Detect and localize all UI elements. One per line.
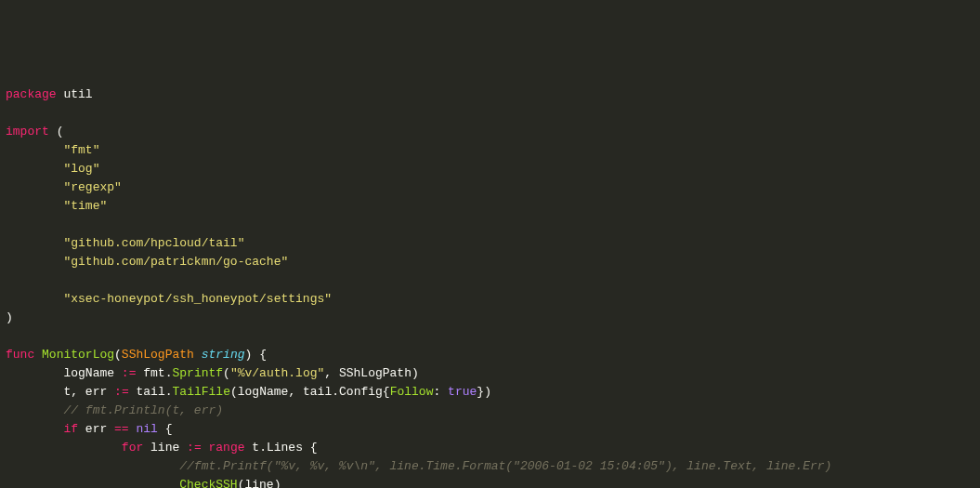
pkg-tail: tail (303, 385, 332, 399)
import-settings: "xsec-honeypot/ssh_honeypot/settings" (63, 292, 332, 306)
brace-open: { (165, 422, 173, 436)
op-decl: := (122, 366, 137, 380)
dot: . (259, 441, 267, 455)
paren-close: ) (412, 366, 419, 380)
pkg-tail: tail (137, 385, 165, 399)
type-config: Config (339, 385, 383, 399)
import-time: "time" (63, 199, 107, 213)
paren-open: ( (57, 125, 64, 138)
keyword-import: import (6, 125, 49, 138)
param-name: SShLogPath (122, 348, 194, 362)
brace-open: { (259, 348, 267, 362)
param-type: string (202, 348, 245, 362)
literal-true: true (448, 385, 477, 399)
call-checkssh: CheckSSH (179, 478, 237, 488)
op-decl: := (187, 441, 202, 455)
import-regexp: "regexp" (63, 180, 121, 194)
dot: . (165, 385, 173, 399)
method-sprintf: Sprintf (172, 366, 223, 380)
keyword-package: package (6, 87, 57, 101)
arg-line: line (244, 478, 273, 488)
literal-nil: nil (136, 422, 157, 436)
import-gocache: "github.com/patrickmn/go-cache" (63, 255, 288, 269)
field-follow: Follow (390, 385, 434, 399)
import-fmt: "fmt" (63, 143, 99, 157)
paren-close: ) (245, 348, 253, 362)
expr-t: t (252, 441, 259, 455)
method-tailfile: TailFile (173, 385, 230, 399)
var-err: err (85, 422, 107, 436)
field-lines: Lines (267, 441, 303, 455)
package-name: util (63, 87, 92, 101)
keyword-for: for (122, 441, 143, 455)
var-line: line (150, 441, 179, 455)
comment-println: // fmt.Println(t, err) (63, 403, 223, 417)
colon: : (433, 385, 440, 399)
brace-open: { (383, 385, 390, 399)
paren-open: ( (223, 366, 230, 380)
comma: , (288, 385, 295, 399)
paren-open: ( (230, 385, 238, 399)
paren-close: ) (274, 478, 281, 488)
keyword-func: func (6, 348, 34, 362)
fmt-string: "%v/auth.log" (230, 366, 324, 380)
var-err: err (85, 385, 107, 399)
paren-open: ( (114, 348, 122, 362)
code-block: package util import ( "fmt" "log" "regex… (6, 86, 974, 488)
paren-close: ) (484, 385, 491, 399)
keyword-if: if (63, 422, 78, 436)
op-decl: := (114, 385, 129, 399)
keyword-range: range (209, 441, 245, 455)
var-logname: logName (63, 366, 114, 380)
dot: . (332, 385, 339, 399)
arg-logname: logName (238, 385, 289, 399)
brace-close: } (477, 385, 484, 399)
pkg-fmt: fmt (143, 366, 164, 380)
import-log: "log" (63, 162, 99, 176)
comma: , (324, 366, 332, 380)
func-name: MonitorLog (42, 348, 114, 362)
op-eq: == (114, 422, 129, 436)
comma: , (71, 385, 78, 399)
comment-printf: //fmt.Printf("%v, %v, %v\n", line.Time.F… (179, 459, 831, 473)
arg: SShLogPath (339, 366, 412, 380)
import-tail: "github.com/hpcloud/tail" (63, 236, 244, 250)
brace-open: { (310, 441, 318, 455)
paren-close: ) (6, 310, 13, 324)
